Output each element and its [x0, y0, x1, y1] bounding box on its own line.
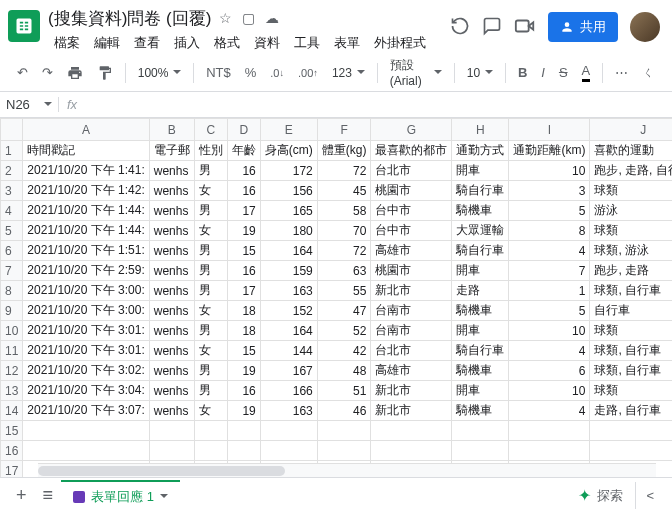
- header-cell[interactable]: 通勤距離(km): [509, 141, 590, 161]
- percent-button[interactable]: %: [240, 61, 262, 84]
- cell[interactable]: 男: [194, 161, 227, 181]
- cell[interactable]: [509, 421, 590, 441]
- cell[interactable]: wenhs: [149, 181, 194, 201]
- avatar[interactable]: [630, 12, 660, 42]
- cell[interactable]: 2021/10/20 下午 3:02:: [23, 361, 149, 381]
- cell[interactable]: 騎機車: [452, 361, 509, 381]
- cell[interactable]: [194, 441, 227, 461]
- cell[interactable]: 2021/10/20 下午 3:01:: [23, 321, 149, 341]
- menu-7[interactable]: 表單: [328, 32, 366, 54]
- cell[interactable]: 男: [194, 261, 227, 281]
- cell[interactable]: wenhs: [149, 341, 194, 361]
- number-format-dropdown[interactable]: 123: [327, 62, 370, 84]
- cell[interactable]: [509, 441, 590, 461]
- meet-icon[interactable]: [514, 16, 536, 39]
- cell[interactable]: 桃園市: [371, 261, 452, 281]
- cell[interactable]: 女: [194, 221, 227, 241]
- cell[interactable]: 16: [227, 261, 260, 281]
- cell[interactable]: wenhs: [149, 381, 194, 401]
- header-cell[interactable]: 電子郵: [149, 141, 194, 161]
- cell[interactable]: 4: [509, 401, 590, 421]
- strike-button[interactable]: S: [554, 61, 573, 84]
- row-header-4[interactable]: 4: [1, 201, 23, 221]
- cell[interactable]: 166: [260, 381, 317, 401]
- cell[interactable]: 男: [194, 281, 227, 301]
- cell[interactable]: [227, 421, 260, 441]
- comment-icon[interactable]: [482, 16, 502, 39]
- row-header-13[interactable]: 13: [1, 381, 23, 401]
- undo-icon[interactable]: ↶: [12, 61, 33, 84]
- cell[interactable]: wenhs: [149, 241, 194, 261]
- cell[interactable]: 新北市: [371, 401, 452, 421]
- cell[interactable]: 游泳: [590, 201, 672, 221]
- menu-5[interactable]: 資料: [248, 32, 286, 54]
- cell[interactable]: wenhs: [149, 281, 194, 301]
- row-header-9[interactable]: 9: [1, 301, 23, 321]
- cell[interactable]: 球類: [590, 221, 672, 241]
- menu-2[interactable]: 查看: [128, 32, 166, 54]
- cloud-icon[interactable]: ☁: [265, 10, 279, 26]
- cell[interactable]: [371, 421, 452, 441]
- side-panel-toggle[interactable]: <: [635, 482, 664, 509]
- cell[interactable]: wenhs: [149, 261, 194, 281]
- sheets-logo[interactable]: [8, 10, 40, 42]
- cell[interactable]: 19: [227, 401, 260, 421]
- cell[interactable]: 45: [317, 181, 371, 201]
- cell[interactable]: 167: [260, 361, 317, 381]
- cell[interactable]: 1: [509, 281, 590, 301]
- cell[interactable]: 152: [260, 301, 317, 321]
- menu-3[interactable]: 插入: [168, 32, 206, 54]
- explore-button[interactable]: ✦ 探索: [566, 480, 635, 511]
- cell[interactable]: 17: [227, 281, 260, 301]
- header-cell[interactable]: 年齡: [227, 141, 260, 161]
- cell[interactable]: 4: [509, 341, 590, 361]
- col-header-D[interactable]: D: [227, 119, 260, 141]
- cell[interactable]: 17: [227, 201, 260, 221]
- cell[interactable]: 台中市: [371, 221, 452, 241]
- cell[interactable]: 55: [317, 281, 371, 301]
- cell[interactable]: 47: [317, 301, 371, 321]
- cell[interactable]: 165: [260, 201, 317, 221]
- cell[interactable]: 156: [260, 181, 317, 201]
- share-button[interactable]: 共用: [548, 12, 618, 42]
- cell[interactable]: 2021/10/20 下午 3:00:: [23, 281, 149, 301]
- row-header-11[interactable]: 11: [1, 341, 23, 361]
- cell[interactable]: 4: [509, 241, 590, 261]
- menu-4[interactable]: 格式: [208, 32, 246, 54]
- cell[interactable]: 自行車: [590, 301, 672, 321]
- header-cell[interactable]: 喜歡的運動: [590, 141, 672, 161]
- redo-icon[interactable]: ↷: [37, 61, 58, 84]
- row-header-7[interactable]: 7: [1, 261, 23, 281]
- cell[interactable]: 高雄市: [371, 241, 452, 261]
- cell[interactable]: 16: [227, 381, 260, 401]
- cell[interactable]: 72: [317, 241, 371, 261]
- cell[interactable]: 台南市: [371, 301, 452, 321]
- print-icon[interactable]: [62, 61, 88, 85]
- row-header-14[interactable]: 14: [1, 401, 23, 421]
- cell[interactable]: 台北市: [371, 161, 452, 181]
- cell[interactable]: wenhs: [149, 161, 194, 181]
- row-header-8[interactable]: 8: [1, 281, 23, 301]
- cell[interactable]: 2021/10/20 下午 1:44:: [23, 201, 149, 221]
- col-header-G[interactable]: G: [371, 119, 452, 141]
- col-header-A[interactable]: A: [23, 119, 149, 141]
- cell[interactable]: 台中市: [371, 201, 452, 221]
- cell[interactable]: wenhs: [149, 321, 194, 341]
- col-header-B[interactable]: B: [149, 119, 194, 141]
- cell[interactable]: wenhs: [149, 221, 194, 241]
- menu-8[interactable]: 外掛程式: [368, 32, 432, 54]
- cell[interactable]: 6: [509, 361, 590, 381]
- cell[interactable]: 10: [509, 381, 590, 401]
- cell[interactable]: 騎機車: [452, 401, 509, 421]
- cell[interactable]: [371, 441, 452, 461]
- cell[interactable]: 女: [194, 181, 227, 201]
- cell[interactable]: 台北市: [371, 341, 452, 361]
- move-icon[interactable]: ▢: [242, 10, 255, 26]
- cell[interactable]: 2021/10/20 下午 1:51:: [23, 241, 149, 261]
- cell[interactable]: 大眾運輸: [452, 221, 509, 241]
- cell[interactable]: 球類, 自行車: [590, 341, 672, 361]
- text-color-button[interactable]: A: [577, 59, 596, 86]
- cell[interactable]: 16: [227, 181, 260, 201]
- cell[interactable]: 2021/10/20 下午 3:00:: [23, 301, 149, 321]
- cell[interactable]: 3: [509, 181, 590, 201]
